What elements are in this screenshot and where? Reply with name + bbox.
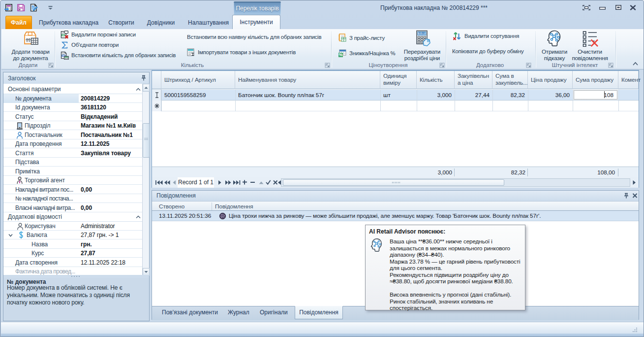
svg-text:%: %	[339, 52, 343, 57]
svg-text:0.00: 0.00	[419, 32, 425, 35]
